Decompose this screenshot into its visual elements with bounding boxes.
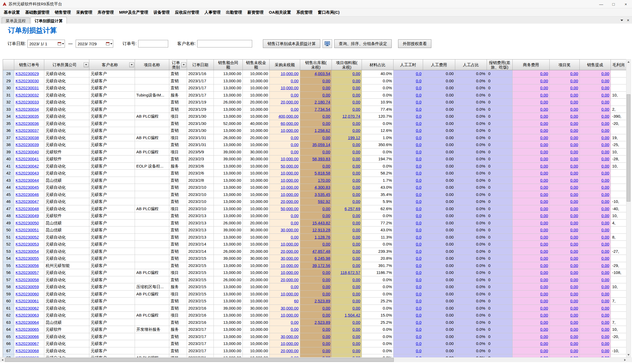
cell-value-link[interactable]: 0.00 bbox=[601, 157, 609, 161]
menu-item-11[interactable]: 薪资管理 bbox=[245, 10, 266, 15]
cell-value-link[interactable]: 0.00 bbox=[540, 142, 548, 147]
cell-num[interactable]: 39 bbox=[3, 148, 14, 156]
cell-num[interactable]: 30 bbox=[3, 84, 14, 92]
cell-value-link[interactable]: 7,734.54 bbox=[315, 107, 330, 112]
cell-value-link[interactable]: 0.00 bbox=[601, 249, 609, 254]
cell-value-link[interactable]: 0.00 bbox=[352, 71, 360, 76]
cell-value-link[interactable]: 35,059.14 bbox=[312, 142, 330, 147]
table-row[interactable]: 45KS20230046元硕自动化元硕客户直销2023/2/1013,000.0… bbox=[3, 191, 626, 198]
cell-value-link[interactable]: KS20230046 bbox=[16, 192, 39, 197]
cell-value-link[interactable]: 0.00 bbox=[570, 100, 578, 104]
column-header-gross[interactable]: 毛利润 bbox=[611, 60, 626, 70]
cell-value-link[interactable]: KS20230033 bbox=[16, 100, 39, 104]
cell-value-link[interactable]: 0.00 bbox=[322, 135, 330, 140]
cell-value-link[interactable]: 0.00 bbox=[291, 79, 299, 83]
cell-value-link[interactable]: 0.00 bbox=[291, 221, 299, 225]
cell-value-link[interactable]: 2,180.74 bbox=[315, 100, 330, 104]
tab-close-icon[interactable]: × bbox=[627, 18, 629, 23]
cell-num[interactable]: 33 bbox=[3, 106, 14, 113]
cell-value-link[interactable]: 0.00 bbox=[352, 284, 360, 289]
table-row[interactable]: 33KS20230034元硕自动化元硕客户直销2023/1/2913,000.0… bbox=[3, 106, 626, 113]
cell-value-link[interactable]: 0.00 bbox=[601, 228, 609, 232]
cell-value-link[interactable]: 0.00 bbox=[322, 242, 330, 246]
cell-value-link[interactable]: KS20230041 bbox=[16, 157, 39, 161]
cell-value-link[interactable]: 0.00 bbox=[540, 341, 548, 346]
cell-value-link[interactable]: 0.00 bbox=[601, 100, 609, 104]
cell-value-link[interactable]: KS20230060 bbox=[16, 292, 39, 296]
cell-value-link[interactable]: KS20230051 bbox=[16, 228, 39, 232]
cell-value-link[interactable]: 400,000.00 bbox=[278, 114, 299, 118]
cell-value-link[interactable]: 0.0 bbox=[416, 213, 421, 218]
cell-value-link[interactable]: 0.0 bbox=[416, 121, 421, 126]
table-row[interactable]: 62KS20230063元硕自动化元硕客户AB PLC编程项目2023/2/16… bbox=[3, 312, 626, 319]
cell-value-link[interactable]: KS20230066 bbox=[16, 334, 39, 339]
cell-value-link[interactable]: KS20230038 bbox=[16, 135, 39, 140]
table-row[interactable]: 49KS20230050昆山优硕元硕客户直销2023/2/1326,000.00… bbox=[3, 220, 626, 227]
cell-value-link[interactable]: 0.00 bbox=[570, 114, 578, 118]
scroll-right-button[interactable] bbox=[623, 358, 627, 362]
cell-num[interactable]: 67 bbox=[3, 347, 14, 355]
cell-num[interactable]: 49 bbox=[3, 220, 14, 227]
cell-value-link[interactable]: KS20230048 bbox=[16, 206, 39, 211]
cell-num[interactable]: 31 bbox=[3, 92, 14, 99]
column-filter-dropdown-icon[interactable] bbox=[84, 62, 89, 67]
cell-value-link[interactable]: 0.00 bbox=[540, 242, 548, 246]
menu-item-7[interactable]: 设备管理 bbox=[151, 10, 172, 15]
cell-num[interactable]: 38 bbox=[3, 141, 14, 148]
cell-value-link[interactable]: 0.0 bbox=[416, 128, 421, 133]
cell-value-link[interactable]: 20,000.00 bbox=[281, 199, 299, 204]
cell-value-link[interactable]: KS20230067 bbox=[16, 341, 39, 346]
cell-value-link[interactable]: 0.00 bbox=[540, 256, 548, 261]
cell-value-link[interactable]: 0.00 bbox=[322, 313, 330, 317]
cell-value-link[interactable]: 0.00 bbox=[601, 150, 609, 154]
cell-value-link[interactable]: 0.00 bbox=[570, 299, 578, 303]
cell-num[interactable]: 42 bbox=[3, 170, 14, 177]
cell-value-link[interactable]: 0.00 bbox=[601, 93, 609, 97]
cell-value-link[interactable]: 39,172.56 bbox=[312, 263, 330, 268]
cell-value-link[interactable]: 0.00 bbox=[540, 348, 548, 353]
cell-value-link[interactable]: 0.0 bbox=[416, 284, 421, 289]
cell-value-link[interactable]: 10,000.00 bbox=[281, 157, 299, 161]
cell-value-link[interactable]: 0.00 bbox=[540, 206, 548, 211]
cell-value-link[interactable]: 2,523.89 bbox=[315, 320, 330, 325]
cell-num[interactable]: 46 bbox=[3, 198, 14, 205]
table-row[interactable]: 36KS20230037元硕自动化元硕客户直销2023/1/3013,000.0… bbox=[3, 127, 626, 134]
cell-value-link[interactable]: 0.00 bbox=[322, 114, 330, 118]
table-row[interactable]: 61KS20230062元硕自动化元硕客户直销2023/2/1639,000.0… bbox=[3, 305, 626, 312]
cell-num[interactable]: 29 bbox=[3, 77, 14, 85]
menu-item-2[interactable]: 基础数据管理 bbox=[23, 10, 52, 15]
column-header-project[interactable]: 项目名称 bbox=[135, 60, 169, 70]
cell-value-link[interactable]: 0.00 bbox=[540, 135, 548, 140]
column-header-order_no[interactable]: 销售订单号 bbox=[14, 60, 44, 70]
cell-value-link[interactable]: 0.00 bbox=[352, 192, 360, 197]
cell-value-link[interactable]: 0.00 bbox=[540, 270, 548, 275]
cell-value-link[interactable]: KS20230030 bbox=[16, 79, 39, 83]
menu-item-10[interactable]: 出勤管理 bbox=[223, 10, 245, 15]
cell-value-link[interactable]: KS20230040 bbox=[16, 150, 39, 154]
table-row[interactable]: 40KS20230041元硕软件元硕客户直销2023/2/339,000.003… bbox=[3, 155, 626, 163]
cell-value-link[interactable]: KS20230052 bbox=[16, 235, 39, 239]
cell-value-link[interactable]: 0.00 bbox=[570, 348, 578, 353]
cell-value-link[interactable]: 0.00 bbox=[352, 213, 360, 218]
cell-value-link[interactable]: 30,000.00 bbox=[281, 334, 299, 339]
table-row[interactable]: 64KS20230065元硕软件元硕客户开发增补服务服务2023/2/1713,… bbox=[3, 326, 626, 333]
cell-value-link[interactable]: 0.00 bbox=[601, 114, 609, 118]
cell-value-link[interactable]: 0.00 bbox=[570, 199, 578, 204]
cell-value-link[interactable]: 0.00 bbox=[601, 178, 609, 183]
cell-value-link[interactable]: 0.00 bbox=[601, 327, 609, 332]
cell-num[interactable]: 56 bbox=[3, 269, 14, 276]
cell-value-link[interactable]: KS20230044 bbox=[16, 178, 39, 183]
scroll-left-button[interactable] bbox=[0, 358, 5, 362]
vertical-scrollbar[interactable] bbox=[626, 59, 631, 357]
cell-value-link[interactable]: 0.00 bbox=[352, 327, 360, 332]
cell-value-link[interactable]: 0.0 bbox=[416, 107, 421, 112]
cell-value-link[interactable]: KS20230057 bbox=[16, 270, 39, 275]
menu-item-14[interactable]: 窗口布局(C) bbox=[315, 10, 342, 15]
cell-value-link[interactable]: 0.00 bbox=[322, 213, 330, 218]
vertical-scrollbar-thumb[interactable] bbox=[627, 94, 630, 202]
cell-value-link[interactable]: 0.00 bbox=[570, 135, 578, 140]
cell-value-link[interactable]: 30,000.00 bbox=[281, 256, 299, 261]
cell-num[interactable]: 41 bbox=[3, 163, 14, 170]
cell-value-link[interactable]: 0.00 bbox=[352, 341, 360, 346]
cell-num[interactable]: 50 bbox=[3, 226, 14, 234]
